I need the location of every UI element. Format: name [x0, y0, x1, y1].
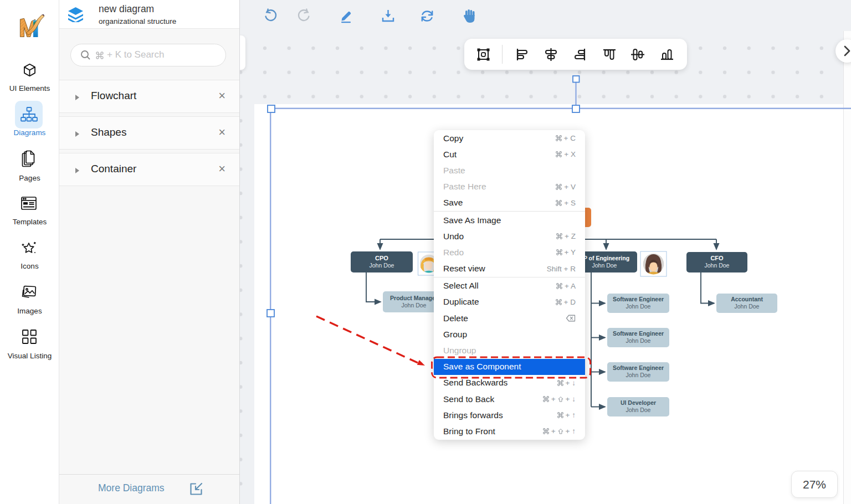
svg-text:John Doe: John Doe	[626, 407, 651, 413]
svg-text:John Doe: John Doe	[592, 262, 617, 269]
svg-text:Software Engineer: Software Engineer	[613, 364, 664, 371]
svg-text:Software Engineer: Software Engineer	[613, 330, 664, 337]
svg-text:John Doe: John Doe	[626, 303, 651, 310]
svg-text:VP of Engineering: VP of Engineering	[580, 255, 629, 261]
svg-text:Software Engineer: Software Engineer	[613, 296, 664, 302]
svg-text:John Doe: John Doe	[370, 262, 394, 269]
svg-text:Accountant: Accountant	[731, 296, 763, 302]
svg-text:UI Developer: UI Developer	[621, 399, 656, 406]
svg-text:John Doe: John Doe	[735, 303, 760, 310]
svg-text:John Doe: John Doe	[705, 262, 730, 269]
svg-text:John Doe: John Doe	[626, 337, 651, 344]
svg-text:John Doe: John Doe	[626, 372, 651, 378]
svg-text:John Doe: John Doe	[402, 302, 427, 308]
svg-text:CPO: CPO	[375, 255, 388, 261]
svg-text:Product Manager: Product Manager	[390, 295, 438, 301]
svg-text:CFO: CFO	[710, 255, 724, 261]
